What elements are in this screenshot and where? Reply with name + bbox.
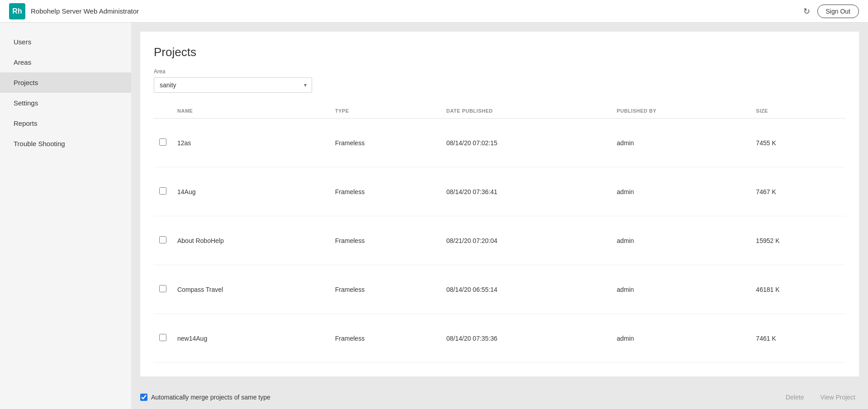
- col-header-published-by: PUBLISHED BY: [611, 104, 750, 119]
- content-area: Projects Area sanity default ▾ NAME TYPE…: [131, 23, 868, 409]
- header-right: ↻ Sign Out: [803, 5, 859, 18]
- table-row: new14Aug Frameless 08/14/20 07:35:36 adm…: [154, 314, 845, 363]
- row-size: 7455 K: [750, 119, 845, 167]
- area-select-wrapper: sanity default ▾: [154, 77, 312, 93]
- area-label: Area: [154, 68, 845, 75]
- row-name: 14Aug: [172, 167, 330, 216]
- merge-checkbox[interactable]: [140, 394, 147, 401]
- row-type: Frameless: [330, 265, 441, 314]
- row-checkbox-cell: [154, 167, 172, 216]
- row-name: About RoboHelp: [172, 216, 330, 265]
- row-date-published: 08/21/20 07:20:04: [441, 216, 612, 265]
- row-type: Frameless: [330, 314, 441, 363]
- row-name: Compass Travel: [172, 265, 330, 314]
- row-type: Frameless: [330, 119, 441, 167]
- delete-button[interactable]: Delete: [782, 392, 807, 403]
- page-title: Projects: [154, 45, 845, 59]
- row-published-by: admin: [611, 167, 750, 216]
- row-checkbox-2[interactable]: [159, 236, 166, 243]
- row-published-by: admin: [611, 119, 750, 167]
- projects-table: NAME TYPE DATE PUBLISHED PUBLISHED BY SI…: [154, 104, 845, 363]
- table-body: 12as Frameless 08/14/20 07:02:15 admin 7…: [154, 119, 845, 363]
- sidebar-item-areas[interactable]: Areas: [0, 52, 131, 72]
- main-layout: Users Areas Projects Settings Reports Tr…: [0, 23, 868, 409]
- view-project-button[interactable]: View Project: [816, 392, 859, 403]
- row-checkbox-cell: [154, 314, 172, 363]
- table-row: About RoboHelp Frameless 08/21/20 07:20:…: [154, 216, 845, 265]
- header-left: Rh Robohelp Server Web Administrator: [9, 3, 139, 19]
- row-size: 7461 K: [750, 314, 845, 363]
- sidebar-item-troubleshooting[interactable]: Trouble Shooting: [0, 133, 131, 154]
- merge-checkbox-wrapper: Automatically merge projects of same typ…: [140, 394, 270, 401]
- footer-bar: Automatically merge projects of same typ…: [131, 385, 868, 409]
- row-checkbox-cell: [154, 216, 172, 265]
- row-checkbox-4[interactable]: [159, 334, 166, 341]
- row-name: 12as: [172, 119, 330, 167]
- row-checkbox-1[interactable]: [159, 187, 166, 195]
- row-date-published: 08/14/20 07:02:15: [441, 119, 612, 167]
- row-type: Frameless: [330, 167, 441, 216]
- row-size: 46181 K: [750, 265, 845, 314]
- row-published-by: admin: [611, 265, 750, 314]
- content-inner: Projects Area sanity default ▾ NAME TYPE…: [140, 32, 859, 376]
- sidebar-item-users[interactable]: Users: [0, 32, 131, 52]
- table-row: Compass Travel Frameless 08/14/20 06:55:…: [154, 265, 845, 314]
- header: Rh Robohelp Server Web Administrator ↻ S…: [0, 0, 868, 23]
- sidebar-item-reports[interactable]: Reports: [0, 113, 131, 133]
- sign-out-button[interactable]: Sign Out: [817, 5, 859, 18]
- row-checkbox-0[interactable]: [159, 138, 166, 146]
- sidebar: Users Areas Projects Settings Reports Tr…: [0, 23, 131, 409]
- merge-label[interactable]: Automatically merge projects of same typ…: [151, 394, 270, 401]
- col-header-date-published: DATE PUBLISHED: [441, 104, 612, 119]
- row-date-published: 08/14/20 07:35:36: [441, 314, 612, 363]
- footer-actions: Delete View Project: [782, 392, 859, 403]
- row-checkbox-cell: [154, 119, 172, 167]
- table-header: NAME TYPE DATE PUBLISHED PUBLISHED BY SI…: [154, 104, 845, 119]
- row-date-published: 08/14/20 06:55:14: [441, 265, 612, 314]
- row-published-by: admin: [611, 216, 750, 265]
- col-header-checkbox: [154, 104, 172, 119]
- row-date-published: 08/14/20 07:36:41: [441, 167, 612, 216]
- sidebar-item-projects[interactable]: Projects: [0, 72, 131, 93]
- col-header-size: SIZE: [750, 104, 845, 119]
- col-header-name: NAME: [172, 104, 330, 119]
- col-header-type: TYPE: [330, 104, 441, 119]
- app-logo: Rh: [9, 3, 25, 19]
- app-title: Robohelp Server Web Administrator: [31, 7, 139, 15]
- row-size: 7467 K: [750, 167, 845, 216]
- row-checkbox-cell: [154, 265, 172, 314]
- row-size: 15952 K: [750, 216, 845, 265]
- area-select[interactable]: sanity default: [154, 77, 312, 93]
- row-checkbox-3[interactable]: [159, 285, 166, 292]
- row-name: new14Aug: [172, 314, 330, 363]
- row-type: Frameless: [330, 216, 441, 265]
- row-published-by: admin: [611, 314, 750, 363]
- refresh-icon[interactable]: ↻: [803, 6, 810, 16]
- sidebar-item-settings[interactable]: Settings: [0, 93, 131, 113]
- table-row: 12as Frameless 08/14/20 07:02:15 admin 7…: [154, 119, 845, 167]
- table-row: 14Aug Frameless 08/14/20 07:36:41 admin …: [154, 167, 845, 216]
